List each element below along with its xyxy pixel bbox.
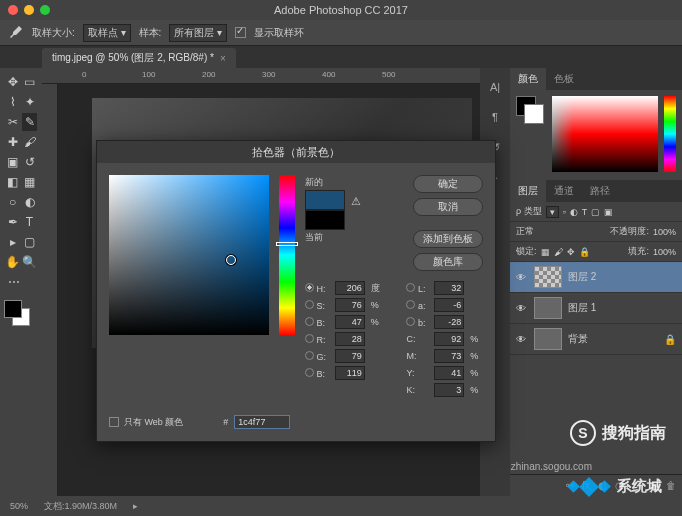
layer-thumbnail[interactable] <box>534 266 562 288</box>
swatches-tab[interactable]: 色板 <box>546 68 582 90</box>
gamut-warning-icon[interactable]: ⚠ <box>351 195 361 208</box>
layer-name[interactable]: 图层 2 <box>568 270 596 284</box>
edit-toolbar[interactable]: ⋯ <box>5 273 23 291</box>
visibility-icon[interactable]: 👁 <box>516 272 528 283</box>
filter-adjust-icon[interactable]: ◐ <box>570 207 578 217</box>
y-input[interactable] <box>434 366 464 380</box>
minimize-window-button[interactable] <box>24 5 34 15</box>
web-colors-checkbox[interactable] <box>109 417 119 427</box>
move-tool[interactable]: ✥ <box>5 73 20 91</box>
color-libraries-button[interactable]: 颜色库 <box>413 253 483 271</box>
b-radio[interactable] <box>406 317 415 326</box>
opacity-value[interactable]: 100% <box>653 227 676 237</box>
history-brush-tool[interactable]: ↺ <box>22 153 37 171</box>
new-color-swatch[interactable] <box>305 190 345 210</box>
blur-tool[interactable]: ○ <box>5 193 20 211</box>
fill-value[interactable]: 100% <box>653 247 676 257</box>
a-input[interactable] <box>434 298 464 312</box>
wand-tool[interactable]: ✦ <box>22 93 37 111</box>
sample-layers-select[interactable]: 所有图层 ▾ <box>169 24 227 42</box>
g-input[interactable] <box>335 349 365 363</box>
l-radio[interactable] <box>406 283 415 292</box>
filter-smart-icon[interactable]: ▣ <box>604 207 613 217</box>
color-panel-hue[interactable] <box>664 96 676 172</box>
sample-size-select[interactable]: 取样点 ▾ <box>83 24 131 42</box>
paths-tab[interactable]: 路径 <box>582 180 618 202</box>
s-input[interactable] <box>335 298 365 312</box>
a-radio[interactable] <box>406 300 415 309</box>
b-input[interactable] <box>434 315 464 329</box>
show-sample-ring-checkbox[interactable] <box>235 27 246 38</box>
pen-tool[interactable]: ✒ <box>5 213 20 231</box>
type-tool[interactable]: T <box>22 213 37 231</box>
horizontal-ruler[interactable]: 0 100 200 300 400 500 <box>42 68 480 84</box>
crop-tool[interactable]: ✂ <box>5 113 20 131</box>
heal-tool[interactable]: ✚ <box>5 133 20 151</box>
dialog-title[interactable]: 拾色器（前景色） <box>97 141 495 163</box>
h-radio[interactable] <box>305 283 314 292</box>
l-input[interactable] <box>434 281 464 295</box>
delete-layer-icon[interactable]: 🗑 <box>666 480 676 491</box>
kind-filter-select[interactable]: ▾ <box>546 206 559 218</box>
color-swatches[interactable] <box>4 300 34 330</box>
r-input[interactable] <box>335 332 365 346</box>
zoom-level[interactable]: 50% <box>10 501 28 511</box>
sv-cursor[interactable] <box>226 255 236 265</box>
layer-thumbnail[interactable] <box>534 297 562 319</box>
layer-thumbnail[interactable] <box>534 328 562 350</box>
layers-tab[interactable]: 图层 <box>510 180 546 202</box>
close-window-button[interactable] <box>8 5 18 15</box>
layer-row[interactable]: 👁 图层 2 <box>510 262 682 293</box>
close-tab-icon[interactable]: × <box>220 53 226 64</box>
saturation-value-field[interactable] <box>109 175 269 335</box>
filter-type-icon[interactable]: T <box>582 207 588 217</box>
filter-shape-icon[interactable]: ▢ <box>591 207 600 217</box>
visibility-icon[interactable]: 👁 <box>516 334 528 345</box>
layer-row[interactable]: 👁 图层 1 <box>510 293 682 324</box>
current-color-swatch[interactable] <box>305 210 345 230</box>
lock-all-icon[interactable]: 🔒 <box>579 247 590 257</box>
lasso-tool[interactable]: ⌇ <box>5 93 20 111</box>
hex-input[interactable] <box>234 415 290 429</box>
vertical-ruler[interactable] <box>42 84 58 496</box>
hand-tool[interactable]: ✋ <box>5 253 20 271</box>
s-radio[interactable] <box>305 300 314 309</box>
filter-image-icon[interactable]: ▫ <box>563 207 566 217</box>
lock-pixels-icon[interactable]: 🖌 <box>554 247 563 257</box>
m-input[interactable] <box>434 349 464 363</box>
blend-mode-select[interactable]: 正常 <box>516 225 566 238</box>
blue-input[interactable] <box>335 366 365 380</box>
channels-tab[interactable]: 通道 <box>546 180 582 202</box>
lock-transparency-icon[interactable]: ▦ <box>541 247 550 257</box>
eraser-tool[interactable]: ◧ <box>5 173 20 191</box>
layer-name[interactable]: 背景 <box>568 332 588 346</box>
status-arrow-icon[interactable]: ▸ <box>133 501 138 511</box>
dodge-tool[interactable]: ◐ <box>22 193 37 211</box>
hue-cursor[interactable] <box>276 242 298 246</box>
foreground-swatch[interactable] <box>4 300 22 318</box>
layer-row[interactable]: 👁 背景 🔒 <box>510 324 682 355</box>
shape-tool[interactable]: ▢ <box>22 233 37 251</box>
doc-size[interactable]: 文档:1.90M/3.80M <box>44 500 117 513</box>
bv-input[interactable] <box>335 315 365 329</box>
character-panel-icon[interactable]: A| <box>486 78 504 96</box>
c-input[interactable] <box>434 332 464 346</box>
zoom-tool[interactable]: 🔍 <box>22 253 37 271</box>
brush-tool[interactable]: 🖌 <box>22 133 37 151</box>
paragraph-panel-icon[interactable]: ¶ <box>486 108 504 126</box>
visibility-icon[interactable]: 👁 <box>516 303 528 314</box>
color-tab[interactable]: 颜色 <box>510 68 546 90</box>
k-input[interactable] <box>434 383 464 397</box>
h-input[interactable] <box>335 281 365 295</box>
r-radio[interactable] <box>305 334 314 343</box>
cancel-button[interactable]: 取消 <box>413 198 483 216</box>
lock-position-icon[interactable]: ✥ <box>567 247 575 257</box>
eyedropper-tool[interactable]: ✎ <box>22 113 37 131</box>
add-swatch-button[interactable]: 添加到色板 <box>413 230 483 248</box>
color-panel-swatches[interactable] <box>516 96 546 126</box>
document-tab[interactable]: timg.jpeg @ 50% (图层 2, RGB/8#) * × <box>42 48 236 68</box>
layer-name[interactable]: 图层 1 <box>568 301 596 315</box>
bb-radio[interactable] <box>305 368 314 377</box>
maximize-window-button[interactable] <box>40 5 50 15</box>
ok-button[interactable]: 确定 <box>413 175 483 193</box>
